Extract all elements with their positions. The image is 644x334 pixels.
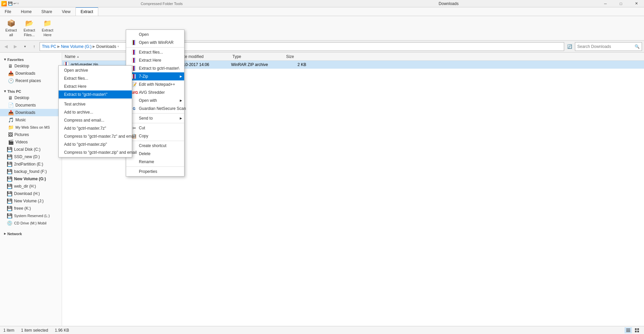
breadcrumb-volume[interactable]: New Volume (G:) [61,44,92,49]
sidebar-item-music[interactable]: 🎵 Music [0,116,62,124]
ctx-send-to[interactable]: Send to [126,114,184,122]
sidebar-item-recent[interactable]: 🕐 Recent places [0,77,62,84]
sub-extract-files[interactable]: Extract files... [59,74,132,82]
sidebar-item-downloads[interactable]: 📥 Downloads [0,109,62,116]
sub-compress-zip-email[interactable]: Compress to "gctrl-master.zip" and email [59,148,132,156]
ctx-cut[interactable]: ✂ Cut [126,124,184,132]
tab-extract[interactable]: Extract [75,7,98,16]
view-details-button[interactable] [625,327,632,333]
ctx-guardian[interactable]: G Guardian NetSecure Scan [126,105,184,113]
ctx-extract-files[interactable]: Extract files... [126,48,184,56]
sub-extract-to-label: Extract to "gctrl-master\" [64,92,107,97]
address-bar[interactable]: This PC ▶ New Volume (G:) ▶ Downloads ▾ [40,42,564,51]
sidebar-item-drive-h-web[interactable]: 💾 web_dir (H:) [0,183,62,190]
ctx-7zip-icon [131,74,137,79]
pictures-label: Pictures [14,132,29,137]
sub-extract-here[interactable]: Extract Here [59,82,132,90]
tab-share[interactable]: Share [37,7,57,16]
sidebar-item-desktop[interactable]: 🖥 Desktop [0,94,62,102]
extract-files-button[interactable]: 📂 ExtractFiles... [21,18,38,38]
col-name-sort: ▲ [76,55,79,58]
ctx-sep1 [126,47,184,48]
ctx-guardian-label: Guardian NetSecure Scan [139,106,186,111]
refresh-button[interactable]: 🔄 [566,43,574,51]
sub-compress-email[interactable]: Compress and email... [59,116,132,124]
ctx-extract-to[interactable]: Extract to gctrl-master\ [126,64,184,72]
sidebar-item-drive-j[interactable]: 💾 New Volume (J:) [0,197,62,205]
sidebar-item-pictures[interactable]: 🖼 Pictures [0,131,62,138]
sub-test-archive[interactable]: Test archive [59,100,132,108]
ctx-create-shortcut[interactable]: Create shortcut [126,142,184,150]
sub-add-zip[interactable]: Add to "gctrl-master.zip" [59,140,132,148]
desktop-fav-icon: 🖥 [8,63,13,69]
sidebar-item-drive-c[interactable]: 💾 Local Disk (C:) [0,146,62,153]
ctx-open-with[interactable]: Open with [126,96,184,105]
sidebar-item-drive-k[interactable]: 💾 freee (K:) [0,205,62,212]
sub-extract-to[interactable]: Extract to "gctrl-master\" [59,90,132,98]
close-button[interactable]: ✕ [629,0,644,7]
sidebar-item-drive-h-dl[interactable]: 💾 Download (H:) [0,190,62,197]
sub-add-archive-label: Add to archive... [64,110,93,115]
sep2: ▶ [93,45,95,48]
desktop-icon: 🖥 [8,95,13,101]
view-large-button[interactable] [633,327,641,333]
ctx-extract-to-icon [131,66,137,71]
sub-compress-7z-email[interactable]: Compress to "gctrl-master.7z" and email [59,132,132,140]
ctx-edit-notepad[interactable]: 📝 Edit with Notepad++ [126,80,184,88]
recent-locations-button[interactable]: ▾ [21,43,29,51]
tab-view[interactable]: View [57,7,75,16]
sub-compress-7z-email-label: Compress to "gctrl-master.7z" and email [64,134,136,139]
sub-add-7z[interactable]: Add to "gctrl-master.7z" [59,124,132,132]
ctx-avg[interactable]: AVG AVG Shredder [126,88,184,96]
tab-file[interactable]: File [0,7,16,16]
col-header-size[interactable]: Size [285,53,312,60]
sidebar-item-webSites[interactable]: 📁 My Web Sites on MS [0,124,62,131]
extract-all-button[interactable]: 📦 Extractall [3,18,19,38]
breadcrumb-downloads[interactable]: Downloads [96,44,116,49]
sub-extract-here-label: Extract Here [64,84,87,89]
drive-e-icon: 💾 [7,161,12,167]
desktop-fav-label: Desktop [14,64,29,68]
ctx-open-winrar[interactable]: Open with WinRAR [126,39,184,47]
breadcrumb-thispc[interactable]: This PC [42,44,56,49]
forward-button[interactable]: ▶ [11,43,19,51]
sidebar-item-drive-f[interactable]: 💾 backup_found (F:) [0,168,62,175]
back-button[interactable]: ◀ [2,43,10,51]
thispc-header[interactable]: ▾ This PC [0,87,62,94]
sidebar-item-documents[interactable]: 📄 Documents [0,102,62,109]
maximize-button[interactable]: □ [613,0,629,7]
breadcrumb-expand[interactable]: ▾ [117,45,119,48]
recent-icon: 🕐 [8,78,14,83]
downloads-fav-label: Downloads [15,71,35,76]
sidebar-item-downloads-fav[interactable]: 📥 Downloads [0,70,62,77]
tab-home[interactable]: Home [16,7,37,16]
drive-e-label: 2ndPartition (E:) [14,162,43,166]
sidebar-item-drive-d[interactable]: 💾 SSD_new (D:) [0,153,62,160]
network-header[interactable]: ▸ Network [0,229,62,237]
extract-here-button[interactable]: 📁 ExtractHere [39,18,56,38]
ctx-7zip[interactable]: 7-Zip [126,72,184,80]
ctx-extract-here[interactable]: Extract Here [126,56,184,64]
search-input[interactable] [577,44,633,49]
sidebar-item-drive-m[interactable]: 💿 CD Drive (M:) Mobil [0,219,62,227]
qab-save[interactable]: 💾 [8,1,13,6]
ctx-rename[interactable]: Rename [126,158,184,166]
sidebar-item-desktop-fav[interactable]: 🖥 Desktop [0,62,62,70]
status-bar: 1 item 1 item selected 1.96 KB [0,326,644,334]
favorites-header[interactable]: ▾ Favorites [0,55,62,62]
up-button[interactable]: ↑ [30,43,38,51]
minimize-button[interactable]: ─ [598,0,613,7]
col-header-type[interactable]: Type [231,53,285,60]
search-box[interactable]: 🔍 [575,42,642,51]
sub-open-archive[interactable]: Open archive [59,66,132,74]
ctx-open[interactable]: Open [126,30,184,39]
app-icon: 📁 [1,1,7,6]
sidebar-item-drive-g[interactable]: 💾 New Volume (G:) [0,175,62,183]
sidebar-item-drive-e[interactable]: 💾 2ndPartition (E:) [0,160,62,168]
sidebar-item-drive-l[interactable]: 💾 System Reserved (L:) [0,212,62,219]
ctx-properties[interactable]: Properties [126,168,184,176]
sidebar-item-videos[interactable]: 🎬 Videos [0,138,62,146]
sub-add-archive[interactable]: Add to archive... [59,108,132,116]
qab-undo[interactable]: ↩ [13,1,16,6]
col-header-date[interactable]: Date modified [177,53,231,60]
